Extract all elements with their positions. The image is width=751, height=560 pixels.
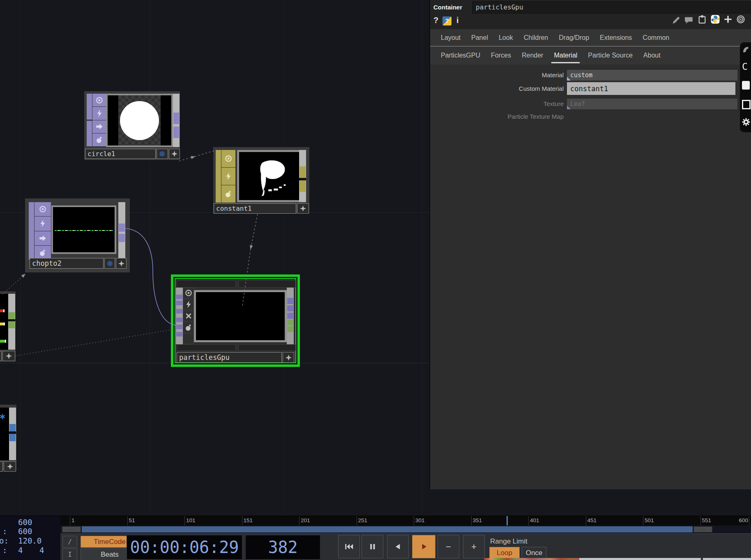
lock-flag-icon[interactable] — [35, 246, 51, 260]
pause-button[interactable] — [362, 535, 383, 558]
output-connector[interactable] — [9, 312, 15, 319]
bypass-flag-icon[interactable] — [35, 231, 51, 245]
add-parameter-icon[interactable] — [723, 15, 733, 25]
viewer-toggle-button[interactable] — [157, 149, 168, 159]
node-preview[interactable] — [0, 408, 9, 460]
python-logo-icon[interactable] — [711, 15, 720, 25]
param-value-custom-material[interactable]: constant1 — [567, 82, 735, 95]
ruler-mode-frames-button[interactable]: / — [62, 536, 77, 548]
viewer-toggle-button[interactable] — [104, 258, 115, 269]
output-connector[interactable] — [287, 313, 293, 319]
output-strip[interactable] — [118, 202, 125, 260]
input-connector[interactable] — [176, 309, 182, 313]
input-strip[interactable] — [176, 288, 183, 344]
output-connector[interactable] — [119, 224, 125, 232]
node-menu-button[interactable] — [4, 461, 16, 472]
output-connector[interactable] — [9, 434, 16, 441]
output-connector[interactable] — [287, 320, 293, 325]
output-connector[interactable] — [299, 166, 306, 178]
output-strip[interactable] — [173, 94, 180, 147]
step-back-button[interactable]: − — [438, 535, 459, 558]
lock-flag-icon[interactable] — [221, 185, 235, 203]
range-grip-right[interactable]: ··· — [693, 526, 712, 532]
node-flag-strip[interactable] — [216, 150, 221, 203]
subtab-particlesgpu[interactable]: ParticlesGPU — [441, 52, 480, 59]
node-preview[interactable] — [51, 205, 116, 254]
python-help-button[interactable]: ? — [442, 16, 452, 25]
node-preview[interactable] — [237, 150, 302, 202]
output-connector[interactable] — [287, 305, 293, 311]
node-name[interactable]: circle1 — [85, 149, 156, 159]
c-icon[interactable]: C — [742, 61, 748, 72]
node-preview[interactable] — [0, 294, 8, 350]
comment-bubble-icon[interactable] — [684, 16, 693, 26]
solid-rect-icon[interactable] — [742, 81, 750, 90]
node-menu-button[interactable] — [283, 352, 294, 363]
node-partial-chop[interactable] — [0, 291, 16, 362]
output-strip[interactable] — [8, 294, 15, 350]
node-name[interactable] — [0, 351, 2, 361]
node-name[interactable]: chopto2 — [30, 258, 104, 269]
subtab-material-active[interactable]: Material — [554, 52, 577, 59]
cook-flag-icon[interactable] — [183, 299, 194, 310]
tab-children[interactable]: Children — [524, 34, 548, 41]
viewer-flag-icon[interactable] — [35, 202, 51, 216]
node-name[interactable] — [0, 461, 3, 472]
node-circle1[interactable]: circle1 — [84, 91, 180, 160]
lock-flag-icon[interactable] — [92, 134, 106, 146]
target-bullseye-icon[interactable] — [736, 15, 745, 25]
info-button[interactable]: i — [456, 16, 459, 25]
subtab-forces[interactable]: Forces — [491, 52, 511, 59]
loop-button[interactable]: Loop — [489, 547, 520, 559]
bypass-flag-icon[interactable] — [92, 120, 106, 133]
setting-row3-value[interactable]: 120.0 — [18, 536, 41, 545]
range-bar[interactable] — [82, 526, 693, 532]
gecko-icon[interactable] — [742, 46, 750, 55]
tab-dragdrop[interactable]: Drag/Drop — [559, 34, 589, 41]
input-connector[interactable] — [176, 332, 182, 336]
once-button[interactable]: Once — [522, 547, 546, 559]
node-chopto2[interactable]: chopto2 — [25, 198, 130, 272]
timeline-range-scrollbar[interactable]: ··· ··· — [60, 525, 751, 533]
node-constant1[interactable]: constant1 — [213, 147, 309, 214]
timeline-ruler[interactable]: 151101151201251301351401451501551600 — [60, 516, 751, 525]
lock-flag-icon[interactable] — [183, 322, 194, 333]
output-connector[interactable] — [9, 424, 16, 431]
op-name-field[interactable]: particlesGpu — [472, 1, 751, 14]
output-connector[interactable] — [173, 113, 179, 124]
play-forward-button[interactable] — [412, 535, 435, 558]
output-connector[interactable] — [119, 234, 125, 242]
node-preview[interactable] — [194, 290, 287, 342]
step-forward-button[interactable]: + — [463, 535, 485, 558]
edit-pencil-icon[interactable] — [672, 16, 681, 26]
gear-icon[interactable] — [742, 118, 750, 128]
node-partial-sop[interactable] — [0, 405, 16, 470]
setting-row4-value[interactable]: 4 — [18, 546, 23, 555]
range-grip-left[interactable]: ··· — [62, 526, 81, 532]
tab-panel[interactable]: Panel — [471, 34, 488, 41]
render-flag-icon[interactable] — [183, 311, 194, 322]
viewer-flag-icon[interactable] — [92, 94, 106, 106]
play-reverse-button[interactable] — [387, 535, 409, 558]
subtab-render[interactable]: Render — [522, 52, 543, 59]
cook-flag-icon[interactable] — [221, 168, 235, 185]
help-button[interactable]: ? — [433, 16, 438, 25]
jump-to-start-button[interactable] — [338, 535, 360, 558]
node-particlesGpu-selected[interactable]: particlesGpu — [171, 274, 300, 367]
ruler-mode-beats-button[interactable]: I — [62, 548, 77, 560]
output-strip[interactable] — [299, 150, 306, 202]
cook-flag-icon[interactable] — [92, 107, 106, 120]
setting-row2-value[interactable]: 600 — [18, 527, 32, 536]
output-connector[interactable] — [173, 127, 179, 138]
subtab-particle-source[interactable]: Particle Source — [588, 52, 633, 59]
output-connector[interactable] — [287, 326, 293, 332]
output-connector[interactable] — [299, 180, 306, 192]
copy-parameters-icon[interactable] — [698, 15, 707, 25]
node-menu-button[interactable] — [297, 203, 309, 214]
output-connector[interactable] — [287, 298, 293, 304]
tab-common[interactable]: Common — [643, 34, 669, 41]
playhead[interactable] — [507, 516, 508, 525]
param-value-material[interactable]: custom — [567, 70, 737, 81]
tab-extensions[interactable]: Extensions — [600, 34, 632, 41]
tab-look[interactable]: Look — [499, 34, 513, 41]
